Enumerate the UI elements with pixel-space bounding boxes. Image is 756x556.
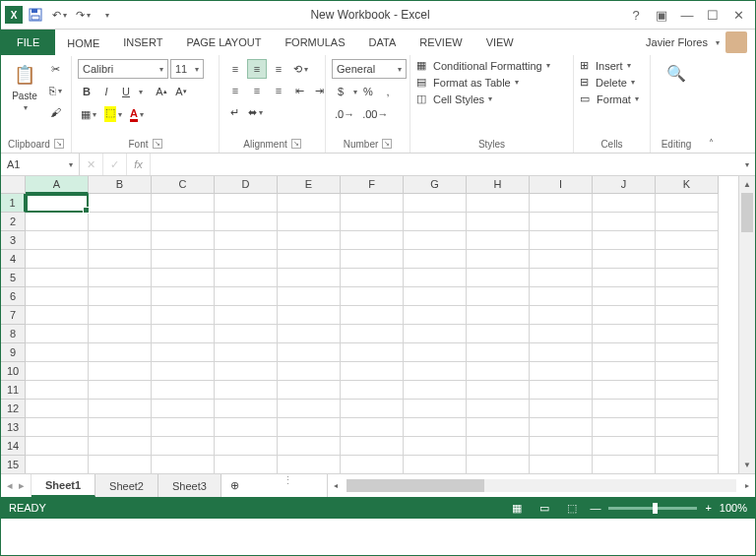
cell[interactable] [530, 213, 593, 231]
cell[interactable] [26, 306, 89, 325]
row-header[interactable]: 7 [1, 306, 26, 325]
cell[interactable] [215, 400, 278, 418]
cell[interactable] [530, 269, 593, 287]
tab-page-layout[interactable]: PAGE LAYOUT [174, 30, 273, 55]
cell[interactable] [467, 287, 530, 306]
cell[interactable] [278, 343, 341, 362]
cell[interactable] [89, 400, 152, 418]
cell[interactable] [26, 250, 89, 269]
cell[interactable] [278, 306, 341, 325]
cell[interactable] [215, 213, 278, 231]
scroll-left[interactable]: ◂ [328, 477, 345, 494]
tab-home[interactable]: HOME [55, 31, 111, 56]
format-painter-button[interactable]: 🖌 [46, 102, 65, 122]
conditional-formatting-button[interactable]: ▦ Conditional Formatting▾ [416, 59, 550, 72]
user-area[interactable]: Javier Flores▾ [646, 30, 755, 55]
tab-data[interactable]: DATA [357, 30, 409, 55]
cell[interactable] [152, 456, 215, 473]
col-header[interactable]: B [89, 176, 152, 194]
cell[interactable] [593, 306, 656, 325]
cell[interactable] [89, 194, 152, 213]
cell[interactable] [530, 287, 593, 306]
undo-button[interactable]: ↶▾ [48, 4, 70, 26]
cell[interactable] [26, 325, 89, 343]
find-select-icon[interactable]: 🔍 [662, 59, 690, 87]
cell[interactable] [656, 400, 719, 418]
new-sheet-button[interactable]: ⊕ [221, 474, 249, 497]
alignment-launcher[interactable]: ↘ [291, 139, 301, 149]
number-launcher[interactable]: ↘ [382, 139, 392, 149]
cell[interactable] [530, 343, 593, 362]
row-header[interactable]: 9 [1, 343, 26, 362]
cells-area[interactable] [26, 194, 719, 473]
cell[interactable] [656, 306, 719, 325]
formula-cancel[interactable]: ✕ [80, 154, 103, 175]
cell[interactable] [152, 231, 215, 250]
cell[interactable] [215, 231, 278, 250]
ribbon-display-options[interactable]: ▣ [651, 4, 672, 26]
cell[interactable] [152, 250, 215, 269]
col-header[interactable]: J [593, 176, 656, 194]
row-header[interactable]: 2 [1, 213, 26, 231]
cell[interactable] [530, 381, 593, 400]
cell[interactable] [404, 269, 467, 287]
cell[interactable] [278, 456, 341, 473]
scroll-down[interactable]: ▼ [739, 457, 755, 473]
cell[interactable] [404, 250, 467, 269]
cell[interactable] [656, 287, 719, 306]
cell[interactable] [152, 400, 215, 418]
row-header[interactable]: 3 [1, 231, 26, 250]
collapse-ribbon[interactable]: ˄ [709, 138, 714, 149]
cell[interactable] [89, 381, 152, 400]
cell[interactable] [89, 213, 152, 231]
cell[interactable] [26, 418, 89, 437]
cell[interactable] [467, 343, 530, 362]
cell[interactable] [467, 400, 530, 418]
grow-font-button[interactable]: A▴ [153, 82, 170, 101]
cell[interactable] [278, 418, 341, 437]
decrease-decimal[interactable]: .00→ [359, 104, 391, 124]
cell[interactable] [593, 343, 656, 362]
col-header[interactable]: K [656, 176, 719, 194]
cell[interactable] [215, 287, 278, 306]
cell[interactable] [404, 213, 467, 231]
underline-button[interactable]: U [117, 82, 135, 101]
cell[interactable] [404, 325, 467, 343]
row-header[interactable]: 4 [1, 250, 26, 269]
cell[interactable] [215, 381, 278, 400]
cell[interactable] [89, 287, 152, 306]
zoom-level[interactable]: 100% [720, 502, 747, 514]
cell[interactable] [89, 306, 152, 325]
save-button[interactable] [25, 4, 46, 26]
cell[interactable] [656, 250, 719, 269]
cell[interactable] [656, 269, 719, 287]
cell[interactable] [593, 250, 656, 269]
page-break-view[interactable]: ⬚ [562, 500, 582, 516]
cell[interactable] [89, 269, 152, 287]
cell[interactable] [89, 362, 152, 381]
cell[interactable] [341, 456, 404, 473]
row-header[interactable]: 8 [1, 325, 26, 343]
cell[interactable] [467, 381, 530, 400]
cut-button[interactable]: ✂ [46, 59, 65, 79]
cell[interactable] [215, 306, 278, 325]
cell[interactable] [89, 456, 152, 473]
cell[interactable] [404, 287, 467, 306]
cell[interactable] [404, 437, 467, 456]
cell[interactable] [215, 325, 278, 343]
cell[interactable] [593, 456, 656, 473]
align-top[interactable]: ≡ [225, 59, 245, 79]
percent-button[interactable]: % [359, 82, 377, 101]
row-header[interactable]: 14 [1, 437, 26, 456]
delete-cells-button[interactable]: ⊟ Delete▾ [580, 76, 635, 89]
cell[interactable] [404, 231, 467, 250]
cell[interactable] [26, 343, 89, 362]
close-button[interactable]: ✕ [727, 4, 749, 26]
sheet-next[interactable]: ▸ [19, 479, 25, 492]
cell[interactable] [152, 362, 215, 381]
align-bottom[interactable]: ≡ [269, 59, 288, 79]
cell[interactable] [26, 287, 89, 306]
cell[interactable] [89, 325, 152, 343]
cell[interactable] [467, 194, 530, 213]
cell[interactable] [215, 456, 278, 473]
